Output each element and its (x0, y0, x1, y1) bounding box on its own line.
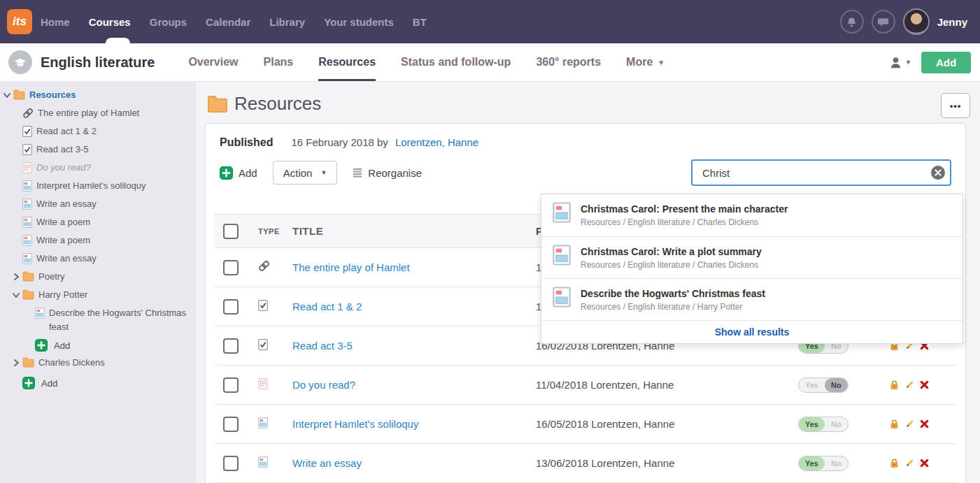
tree-item-label[interactable]: Harry Potter (38, 289, 87, 300)
toggle-no[interactable]: No (825, 378, 848, 392)
edit-pencil-icon[interactable] (904, 380, 915, 390)
tree-item-label[interactable]: Describe the Hogwarts' Christmas feast (49, 308, 186, 332)
tree-item-interpret-soliloquy[interactable]: Interpret Hamlet's soliloquy (0, 177, 196, 195)
tree-item-read-act-3-5[interactable]: Read act 3-5 (0, 140, 196, 159)
nav-item-bt[interactable]: BT (413, 16, 427, 28)
tree-folder-poetry[interactable]: Poetry (0, 268, 196, 286)
resource-title-link[interactable]: Do you read? (292, 379, 355, 391)
action-dropdown-button[interactable]: Action ▼ (273, 161, 338, 185)
column-header-title[interactable]: TITLE (292, 225, 536, 237)
tree-item-write-an-essay[interactable]: Write an essay (0, 195, 196, 213)
tab-plans[interactable]: Plans (264, 43, 294, 81)
row-checkbox[interactable] (223, 417, 239, 432)
tree-item-label[interactable]: Charles Dickens (38, 357, 105, 368)
delete-x-icon[interactable] (920, 419, 929, 428)
column-header-type[interactable]: TYPE (248, 227, 292, 236)
tree-item-label[interactable]: Read act 3-5 (36, 144, 88, 154)
resource-title-link[interactable]: Write an essay (292, 457, 362, 469)
tree-item-label[interactable]: Read act 1 & 2 (36, 126, 97, 136)
row-checkbox[interactable] (223, 338, 239, 354)
row-checkbox[interactable] (223, 456, 239, 471)
toggle-no[interactable]: No (825, 456, 848, 470)
show-all-results-link[interactable]: Show all results (715, 326, 790, 338)
more-options-button[interactable]: ••• (941, 93, 970, 118)
tree-item-hamlet-play[interactable]: The entire play of Hamlet (0, 104, 196, 122)
course-add-button[interactable]: Add (921, 52, 971, 73)
visibility-toggle[interactable]: YesNo (798, 417, 848, 432)
tree-folder-resources[interactable]: Resources (0, 86, 196, 104)
course-title[interactable]: English literature (41, 55, 155, 71)
nav-item-courses[interactable]: Courses (89, 16, 131, 28)
tab-status-follow-up[interactable]: Status and follow-up (401, 43, 511, 81)
itslearning-logo[interactable]: its (7, 9, 32, 34)
chevron-right-icon[interactable] (13, 359, 20, 366)
search-result-item[interactable]: Christmas Carol: Present the main charac… (541, 194, 963, 236)
notifications-button[interactable] (840, 10, 864, 34)
delete-x-icon[interactable] (920, 459, 929, 468)
tree-item-label[interactable]: Write a poem (36, 235, 90, 245)
resource-title-link[interactable]: Interpret Hamlet's soliloquy (292, 418, 418, 430)
tree-folder-harry-potter[interactable]: Harry Potter (0, 286, 196, 304)
delete-x-icon[interactable] (920, 380, 929, 389)
resource-title-link[interactable]: Read act 3-5 (292, 340, 353, 352)
tab-overview[interactable]: Overview (188, 43, 238, 81)
nav-item-home[interactable]: Home (41, 16, 70, 28)
nav-item-calendar[interactable]: Calendar (206, 16, 250, 28)
toggle-no[interactable]: No (825, 417, 848, 431)
tree-item-read-act-1-2[interactable]: Read act 1 & 2 (0, 122, 196, 140)
chevron-down-icon[interactable] (13, 291, 20, 298)
tree-item-label[interactable]: Write an essay (36, 199, 97, 209)
tree-item-write-an-essay-2[interactable]: Write an essay (0, 250, 196, 268)
visibility-toggle[interactable]: YesNo (798, 377, 848, 393)
tree-item-label[interactable]: The entire play of Hamlet (38, 108, 139, 118)
search-clear-button[interactable] (931, 166, 945, 180)
row-checkbox[interactable] (223, 260, 239, 275)
tree-item-label[interactable]: Write a poem (36, 217, 90, 227)
add-label: Add (239, 167, 257, 179)
tab-resources[interactable]: Resources (318, 43, 376, 81)
search-result-item[interactable]: Describe the Hogwarts' Christmas feast R… (541, 278, 963, 320)
add-resource-button[interactable]: Add (220, 166, 257, 180)
edit-pencil-icon[interactable] (904, 419, 915, 429)
row-checkbox[interactable] (223, 377, 239, 393)
user-avatar[interactable] (903, 8, 930, 35)
visibility-toggle[interactable]: YesNo (798, 456, 848, 471)
search-input[interactable] (691, 159, 951, 186)
tab-more[interactable]: More▼ (626, 43, 665, 81)
tree-item-label[interactable]: Resources (29, 89, 76, 100)
tree-item-do-you-read[interactable]: Do you read? (0, 159, 196, 177)
tree-item-write-a-poem[interactable]: Write a poem (0, 213, 196, 231)
tree-add-button-harry-potter[interactable]: Add (0, 334, 196, 354)
tree-item-label[interactable]: Write an essay (36, 253, 97, 264)
tree-item-hogwarts-feast[interactable]: Describe the Hogwarts' Christmas feast (0, 304, 196, 334)
tree-folder-charles-dickens[interactable]: Charles Dickens (0, 354, 196, 372)
permissions-lock-icon[interactable] (889, 380, 900, 390)
edit-pencil-icon[interactable] (904, 458, 915, 468)
participants-menu-button[interactable]: ▼ (889, 56, 911, 69)
resource-title-link[interactable]: Read act 1 & 2 (292, 301, 362, 312)
tree-add-button-root[interactable]: Add (0, 372, 196, 391)
tree-item-label[interactable]: Do you read? (36, 162, 91, 173)
toggle-yes[interactable]: Yes (799, 378, 825, 392)
permissions-lock-icon[interactable] (889, 458, 900, 468)
user-name[interactable]: Jenny (937, 16, 967, 28)
chevron-right-icon[interactable] (13, 273, 20, 280)
select-all-checkbox[interactable] (223, 224, 239, 239)
messages-button[interactable] (872, 10, 895, 34)
tree-item-label[interactable]: Poetry (38, 271, 65, 282)
search-result-item[interactable]: Christmas Carol: Write a plot summary Re… (541, 236, 963, 278)
row-checkbox[interactable] (223, 299, 239, 315)
tree-item-label[interactable]: Interpret Hamlet's soliloquy (36, 180, 145, 191)
nav-item-your-students[interactable]: Your students (324, 16, 394, 28)
nav-item-library[interactable]: Library (269, 16, 305, 28)
reorganise-button[interactable]: Reorganise (353, 167, 422, 179)
toggle-yes[interactable]: Yes (799, 456, 825, 470)
toggle-yes[interactable]: Yes (799, 417, 825, 431)
tab-360-reports[interactable]: 360° reports (536, 43, 601, 81)
nav-item-groups[interactable]: Groups (150, 16, 187, 28)
resource-title-link[interactable]: The entire play of Hamlet (292, 261, 410, 273)
chevron-down-icon[interactable] (3, 92, 10, 99)
tree-item-write-a-poem-2[interactable]: Write a poem (0, 231, 196, 250)
published-author-link[interactable]: Lorentzen, Hanne (395, 136, 478, 148)
permissions-lock-icon[interactable] (889, 419, 900, 429)
